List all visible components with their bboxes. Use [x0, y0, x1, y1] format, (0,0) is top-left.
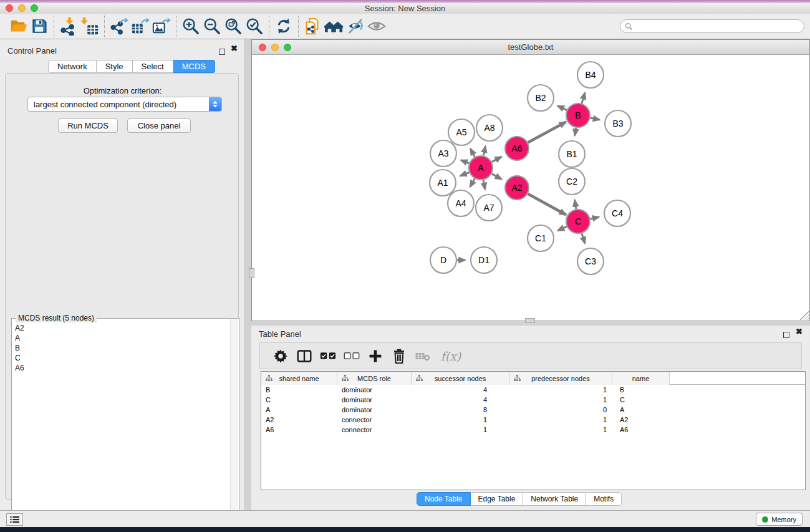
edge-A-A1[interactable]: [460, 172, 469, 176]
split-view-button[interactable]: [292, 346, 316, 367]
table-cell[interactable]: 4: [412, 395, 509, 405]
table-cell[interactable]: A: [612, 405, 670, 415]
mcds-result-item[interactable]: A: [15, 333, 230, 343]
memory-button[interactable]: Memory: [756, 513, 803, 526]
table-tab-motifs[interactable]: Motifs: [586, 492, 622, 506]
table-cell[interactable]: dominator: [337, 395, 412, 405]
left-splitter-handle[interactable]: [249, 268, 254, 278]
graph-node-B1[interactable]: B1: [559, 141, 585, 167]
table-cell[interactable]: C: [612, 395, 670, 405]
graph-node-B[interactable]: B: [566, 104, 590, 127]
edge-C-C2[interactable]: [575, 200, 576, 210]
refresh-button[interactable]: [273, 16, 294, 37]
first-neighbors-button[interactable]: [324, 16, 345, 37]
select-all-button[interactable]: [316, 346, 340, 367]
graph-node-B3[interactable]: B3: [605, 110, 631, 137]
run-mcds-button[interactable]: Run MCDS: [58, 118, 118, 133]
import-network-button[interactable]: [58, 16, 79, 37]
apply-function-button[interactable]: f(x): [435, 346, 467, 367]
graph-node-C1[interactable]: C1: [528, 225, 554, 251]
graph-node-C3[interactable]: C3: [577, 248, 604, 274]
zoom-out-button[interactable]: [201, 16, 223, 37]
edge-C-C4[interactable]: [591, 217, 599, 219]
column-header-shared-name[interactable]: shared name: [261, 372, 337, 385]
window-resize-grip[interactable]: [800, 311, 809, 320]
table-tab-node-table[interactable]: Node Table: [417, 492, 471, 506]
graph-node-D[interactable]: D: [430, 247, 456, 273]
table-cell[interactable]: 1: [509, 415, 612, 425]
mcds-result-item[interactable]: C: [15, 353, 230, 363]
graph-node-A1[interactable]: A1: [430, 170, 456, 196]
edge-B-B1[interactable]: [575, 128, 576, 136]
table-tab-edge-table[interactable]: Edge Table: [471, 492, 524, 506]
graph-node-B4[interactable]: B4: [577, 62, 604, 88]
add-column-button[interactable]: [364, 346, 387, 367]
graph-node-C2[interactable]: C2: [559, 168, 585, 195]
table-cell[interactable]: 4: [412, 385, 509, 395]
graph-node-A7[interactable]: A7: [476, 195, 502, 221]
column-header-predecessor-nodes[interactable]: predecessor nodes: [509, 372, 612, 385]
bottom-splitter-handle[interactable]: [525, 318, 535, 323]
search-input[interactable]: [635, 21, 804, 32]
mcds-result-item[interactable]: A2: [15, 323, 230, 333]
table-row[interactable]: A6connector11A6: [261, 425, 805, 435]
table-row[interactable]: Adominator80A: [261, 405, 805, 415]
graph-node-C[interactable]: C: [566, 210, 590, 233]
zoom-selected-button[interactable]: [244, 16, 265, 37]
table-cell[interactable]: 1: [509, 425, 612, 435]
float-panel-icon[interactable]: [219, 49, 225, 55]
graph-node-A[interactable]: A: [469, 156, 493, 180]
table-cell[interactable]: dominator: [337, 385, 412, 395]
import-table-button[interactable]: [79, 16, 100, 37]
column-header-MCDS-role[interactable]: MCDS role: [337, 372, 412, 385]
edge-A-A2[interactable]: [492, 174, 502, 180]
tab-style[interactable]: Style: [97, 60, 133, 73]
network-canvas[interactable]: B4B2BB3A5A8A6A3AB1A1A2C2A4A7C4CC1DD1C3: [252, 55, 809, 321]
table-cell[interactable]: A6: [261, 425, 337, 435]
table-row[interactable]: Bdominator41B: [261, 385, 805, 395]
edge-A2-C[interactable]: [528, 194, 566, 215]
close-panel-icon[interactable]: ✖: [231, 46, 238, 52]
table-cell[interactable]: 1: [412, 415, 509, 425]
table-tab-network-table[interactable]: Network Table: [523, 492, 586, 506]
table-cell[interactable]: connector: [337, 415, 412, 425]
table-cell[interactable]: A2: [612, 415, 670, 425]
graph-node-A3[interactable]: A3: [430, 140, 456, 167]
table-cell[interactable]: A6: [612, 425, 670, 435]
edge-C-C1[interactable]: [557, 226, 566, 230]
graph-node-A8[interactable]: A8: [476, 115, 503, 141]
table-cell[interactable]: 0: [509, 405, 612, 415]
export-network-button[interactable]: [108, 16, 130, 37]
task-history-button[interactable]: [6, 513, 23, 526]
tab-select[interactable]: Select: [133, 60, 173, 73]
graph-node-A5[interactable]: A5: [448, 119, 475, 145]
save-session-button[interactable]: [29, 16, 50, 37]
table-cell[interactable]: connector: [337, 425, 412, 435]
edge-A-A6[interactable]: [492, 157, 502, 162]
edge-A-A4[interactable]: [470, 178, 475, 186]
table-cell[interactable]: 1: [509, 385, 612, 395]
zoom-fit-button[interactable]: [223, 16, 244, 37]
table-row[interactable]: A2connector11A2: [261, 415, 805, 425]
search-box[interactable]: [620, 19, 804, 33]
table-cell[interactable]: C: [261, 395, 337, 405]
edge-A-A5[interactable]: [470, 148, 475, 157]
open-file-button[interactable]: [7, 16, 29, 37]
edge-A-A8[interactable]: [483, 146, 485, 155]
deselect-all-button[interactable]: [340, 346, 364, 367]
show-details-button[interactable]: [366, 16, 387, 37]
table-row[interactable]: Cdominator41C: [261, 395, 805, 405]
edge-A-A7[interactable]: [483, 180, 485, 190]
edge-C-C3[interactable]: [582, 233, 585, 243]
mcds-result-item[interactable]: B: [15, 343, 230, 353]
table-cell[interactable]: A: [261, 405, 337, 415]
table-cell[interactable]: A2: [261, 415, 337, 425]
close-panel-button[interactable]: Close panel: [127, 118, 191, 133]
criterion-select[interactable]: largest connected component (directed): [27, 97, 222, 112]
delete-column-button[interactable]: [387, 346, 411, 367]
graph-node-D1[interactable]: D1: [471, 247, 497, 273]
table-settings-button[interactable]: [269, 346, 292, 367]
table-cell[interactable]: dominator: [337, 405, 412, 415]
edge-B-B4[interactable]: [582, 93, 585, 104]
tab-mcds[interactable]: MCDS: [173, 60, 215, 73]
